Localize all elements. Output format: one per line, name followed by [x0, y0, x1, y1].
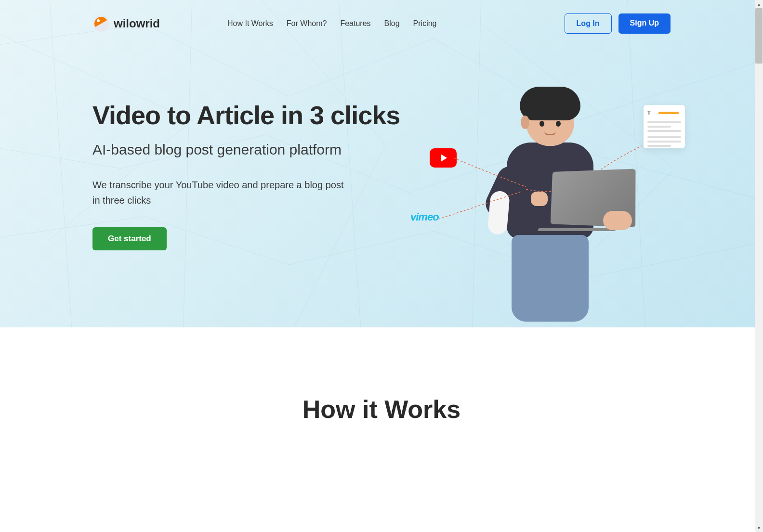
hero-title: Video to Article in 3 clicks: [92, 100, 410, 130]
nav-pricing[interactable]: Pricing: [413, 19, 437, 28]
hero-text: Video to Article in 3 clicks AI-based bl…: [92, 86, 410, 317]
nav-features[interactable]: Features: [340, 19, 370, 28]
nav-links: How It Works For Whom? Features Blog Pri…: [227, 19, 436, 28]
nav-how-it-works[interactable]: How It Works: [227, 19, 273, 28]
signup-button[interactable]: Sign Up: [618, 13, 671, 34]
logo-icon: [92, 15, 110, 32]
scroll-up-arrow[interactable]: ▴: [755, 0, 763, 8]
logo[interactable]: wilowrid: [92, 15, 160, 32]
how-it-works-section: How it Works: [0, 327, 763, 453]
nav-auth: Log In Sign Up: [565, 13, 671, 34]
get-started-button[interactable]: Get started: [92, 227, 167, 250]
navbar: wilowrid How It Works For Whom? Features…: [92, 0, 671, 47]
character-illustration: [483, 91, 618, 317]
nav-for-whom[interactable]: For Whom?: [287, 19, 327, 28]
hero-description: We transcribe your YouTube video and pre…: [92, 177, 353, 208]
hero-subtitle: AI-based blog post generation platform: [92, 142, 410, 158]
youtube-icon: [430, 148, 457, 168]
svg-point-1: [97, 19, 100, 22]
hero-content: Video to Article in 3 clicks AI-based bl…: [92, 47, 671, 317]
vimeo-icon: vimeo: [410, 211, 439, 223]
document-icon: T: [644, 105, 685, 148]
nav-blog[interactable]: Blog: [384, 19, 400, 28]
brand-name: wilowrid: [114, 17, 160, 30]
hero-illustration: vimeo T: [439, 86, 671, 317]
section-title: How it Works: [0, 395, 763, 424]
scrollbar-thumb[interactable]: [755, 8, 763, 64]
scrollbar[interactable]: ▴ ▾: [755, 0, 763, 453]
hero-section: wilowrid How It Works For Whom? Features…: [0, 0, 763, 327]
login-button[interactable]: Log In: [565, 13, 612, 34]
